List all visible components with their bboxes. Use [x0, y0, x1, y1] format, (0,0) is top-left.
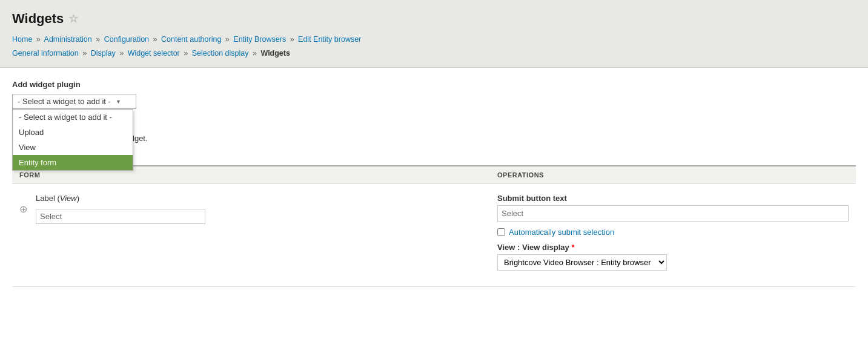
table-header: FORM OPERATIONS — [12, 166, 856, 184]
dropdown-option-view[interactable]: View — [13, 140, 133, 155]
breadcrumb-general-information[interactable]: General information — [12, 49, 79, 58]
breadcrumb-current: Widgets — [260, 49, 290, 58]
drag-handle-icon[interactable]: ⊕ — [19, 203, 27, 215]
widget-descriptions: field browser's widget. vide entity list… — [12, 123, 856, 153]
dropdown-selected-label: - Select a widget to add it - — [18, 97, 111, 106]
add-widget-label: Add widget plugin — [12, 80, 856, 89]
submit-button-text-input[interactable] — [497, 205, 849, 222]
breadcrumb-content-authoring[interactable]: Content authoring — [161, 35, 221, 44]
view-display-row: View : View display * Brightcove Video B… — [497, 243, 849, 271]
breadcrumb-entity-browsers[interactable]: Entity Browsers — [233, 35, 286, 44]
star-icon[interactable]: ☆ — [68, 12, 78, 25]
form-label: Label (View) — [36, 194, 205, 203]
auto-submit-checkbox[interactable] — [497, 228, 505, 236]
breadcrumb-edit-entity-browser[interactable]: Edit Entity browser — [298, 35, 361, 44]
view-display-select[interactable]: Brightcove Video Browser : Entity browse… — [497, 254, 667, 271]
page-header: Widgets ☆ Home » Administration » Config… — [0, 0, 868, 68]
widget-desc-2: vide entity listing in a browser's widge… — [12, 134, 856, 143]
table-row: ⊕ Label (View) Submit button text Automa… — [12, 184, 856, 287]
page-title: Widgets ☆ — [12, 11, 856, 27]
submit-button-text-row: Submit button text — [497, 194, 849, 222]
widget-dropdown-menu: - Select a widget to add it - Upload Vie… — [12, 109, 133, 171]
breadcrumb-row-1: Home » Administration » Configuration » … — [12, 35, 361, 44]
operations-column: Submit button text Automatically submit … — [497, 194, 849, 277]
label-italic: View — [60, 194, 77, 203]
widget-desc-3: ntity form widget. — [12, 144, 856, 153]
form-column: ⊕ Label (View) — [19, 194, 497, 224]
dropdown-option-entity-form[interactable]: Entity form — [13, 155, 133, 170]
required-star: * — [571, 243, 574, 252]
dropdown-container: - Select a widget to add it - - Select a… — [12, 94, 136, 109]
view-display-label: View : View display * — [497, 243, 849, 252]
widget-desc-1: field browser's widget. — [12, 123, 856, 133]
breadcrumb-widget-selector[interactable]: Widget selector — [128, 49, 180, 58]
col-form-header: FORM — [19, 171, 497, 179]
breadcrumb-row-2: General information » Display » Widget s… — [12, 49, 290, 58]
breadcrumb-configuration[interactable]: Configuration — [104, 35, 149, 44]
widget-dropdown-trigger[interactable]: - Select a widget to add it - — [12, 94, 136, 109]
label-group: Label (View) — [36, 194, 205, 224]
add-widget-section: Add widget plugin - Select a widget to a… — [12, 80, 856, 153]
col-operations-header: OPERATIONS — [497, 171, 849, 179]
page-title-text: Widgets — [12, 11, 64, 27]
dropdown-option-default[interactable]: - Select a widget to add it - — [13, 110, 133, 125]
auto-submit-label[interactable]: Automatically submit selection — [509, 228, 614, 237]
widget-table: FORM OPERATIONS ⊕ Label (View) Submit bu… — [12, 165, 856, 287]
breadcrumb-display[interactable]: Display — [91, 49, 116, 58]
breadcrumb-selection-display[interactable]: Selection display — [192, 49, 249, 58]
auto-submit-row: Automatically submit selection — [497, 228, 849, 237]
dropdown-option-upload[interactable]: Upload — [13, 125, 133, 140]
submit-button-text-label: Submit button text — [497, 194, 849, 203]
main-content: Add widget plugin - Select a widget to a… — [0, 68, 868, 342]
form-label-input[interactable] — [36, 209, 205, 224]
breadcrumb-home[interactable]: Home — [12, 35, 32, 44]
breadcrumb-administration[interactable]: Administration — [44, 35, 92, 44]
breadcrumb: Home » Administration » Configuration » … — [12, 33, 856, 60]
